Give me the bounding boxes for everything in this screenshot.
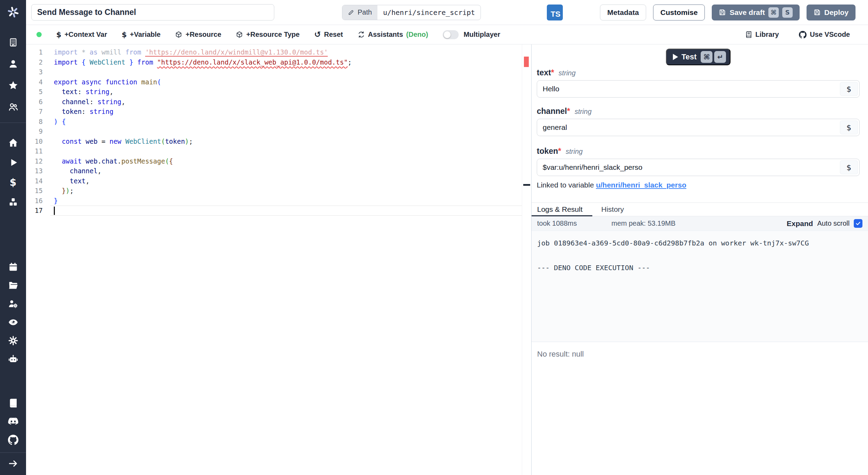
book-icon — [745, 31, 752, 38]
add-context-var-button[interactable]: $ +Context Var — [56, 31, 107, 39]
github-icon[interactable] — [0, 434, 26, 446]
reset-button[interactable]: ↺ Reset — [314, 31, 343, 39]
autoscroll-checkbox[interactable] — [854, 219, 862, 228]
arrow-right-icon[interactable] — [0, 458, 26, 469]
multiplayer-label: Multiplayer — [464, 31, 500, 39]
line-number: 9 — [26, 126, 50, 136]
linked-variable-link[interactable]: u/henri/henri_slack_perso — [596, 181, 686, 189]
result-tabs: Logs & Result History — [532, 202, 868, 216]
save-icon — [813, 9, 821, 16]
overview-ruler[interactable] — [522, 44, 531, 475]
library-button[interactable]: Library — [745, 31, 779, 39]
assistants-button[interactable]: Assistants (Deno) — [358, 31, 428, 39]
text-field-input[interactable] — [537, 81, 838, 97]
discord-icon[interactable] — [0, 416, 26, 427]
field-row-channel: $ — [537, 119, 860, 136]
book-icon[interactable] — [0, 397, 26, 409]
log-output[interactable]: job 018963e4-a369-5cd0-80a9-c6d298b7fb2a… — [532, 231, 868, 342]
code-line[interactable]: 16} — [26, 196, 531, 206]
gear-icon[interactable] — [0, 335, 26, 347]
line-number: 7 — [26, 107, 50, 117]
script-title-input[interactable] — [31, 4, 274, 20]
code-line[interactable]: 2import { WebClient } from "https://deno… — [26, 57, 531, 67]
dollar-icon: $ — [122, 31, 127, 39]
field-label-text: text* string — [537, 68, 860, 77]
users-gear-icon[interactable] — [0, 298, 26, 310]
code-line[interactable]: 9 — [26, 126, 531, 136]
deploy-button[interactable]: Deploy — [807, 5, 856, 20]
add-variable-button[interactable]: $ +Variable — [122, 31, 160, 39]
field-label-channel: channel* string — [537, 107, 860, 116]
user-icon[interactable] — [0, 58, 26, 70]
field-row-text: $ — [537, 80, 860, 98]
line-number: 14 — [26, 176, 50, 186]
code-line[interactable]: 7 token: string — [26, 107, 531, 117]
line-number: 5 — [26, 87, 50, 97]
deploy-label: Deploy — [824, 8, 849, 17]
save-draft-label: Save draft — [729, 8, 765, 17]
dollar-icon: $ — [56, 31, 61, 39]
multiplayer-toggle[interactable] — [443, 30, 459, 39]
bot-icon[interactable] — [0, 353, 26, 365]
home-icon[interactable] — [0, 137, 26, 149]
code-line[interactable]: 8) { — [26, 117, 531, 127]
building-icon[interactable] — [0, 36, 26, 48]
tab-logs-result[interactable]: Logs & Result — [532, 203, 592, 216]
code-line[interactable]: 5 text: string, — [26, 87, 531, 97]
tab-history[interactable]: History — [592, 203, 633, 216]
save-draft-button[interactable]: Save draft ⌘ S — [712, 5, 800, 20]
dollar-icon[interactable]: $ — [0, 176, 26, 188]
github-icon — [799, 31, 807, 39]
code-line[interactable]: 10 const web = new WebClient(token); — [26, 136, 531, 147]
s-keycap: S — [782, 7, 793, 18]
code-line[interactable]: 12 await web.chat.postMessage({ — [26, 156, 531, 166]
pencil-icon — [348, 9, 354, 16]
channel-field-input[interactable] — [537, 119, 838, 136]
calendar-icon[interactable] — [0, 261, 26, 273]
play-icon[interactable] — [0, 157, 26, 168]
code-line[interactable]: 4export async function main( — [26, 77, 531, 87]
path-value: u/henri/sincere_script — [377, 5, 481, 20]
path-chip[interactable]: Path u/henri/sincere_script — [342, 5, 481, 20]
line-number: 1 — [26, 47, 50, 57]
code-line[interactable]: 1import * as wmill from 'https://deno.la… — [26, 47, 531, 57]
multiplayer-control: Multiplayer — [443, 30, 500, 39]
cubes-icon[interactable] — [0, 196, 26, 208]
code-line[interactable]: 11 — [26, 146, 531, 156]
line-number: 11 — [26, 146, 50, 156]
sync-icon — [358, 31, 365, 38]
customise-button[interactable]: Customise — [653, 5, 705, 20]
line-number: 13 — [26, 166, 50, 176]
linked-variable-row: Linked to variable u/henri/henri_slack_p… — [537, 181, 860, 189]
token-field-input[interactable] — [537, 159, 838, 176]
test-button[interactable]: Test ⌘ ↵ — [666, 49, 731, 65]
star-icon[interactable] — [0, 80, 26, 91]
code-line[interactable]: 14 text, — [26, 176, 531, 186]
field-row-token: $ — [537, 159, 860, 176]
code-line[interactable]: 6 channel: string, — [26, 97, 531, 107]
add-resource-button[interactable]: +Resource — [175, 31, 221, 39]
insert-variable-button[interactable]: $ — [840, 82, 858, 96]
eye-icon[interactable] — [0, 316, 26, 328]
insert-variable-button[interactable]: $ — [840, 120, 858, 134]
code-line[interactable]: 3 — [26, 67, 531, 77]
line-number: 15 — [26, 186, 50, 196]
package-icon — [175, 31, 182, 38]
code-line[interactable]: 17 — [26, 206, 531, 216]
expand-button[interactable]: Expand — [787, 219, 813, 228]
folder-open-icon[interactable] — [0, 280, 26, 291]
code-line[interactable]: 15 }); — [26, 186, 531, 196]
error-marker — [524, 57, 529, 67]
test-args-form: Test ⌘ ↵ text* string $ — [532, 44, 868, 202]
metadata-button[interactable]: Metadata — [600, 5, 646, 20]
enter-keycap: ↵ — [714, 51, 726, 63]
add-resource-type-button[interactable]: +Resource Type — [236, 31, 300, 39]
windmill-logo[interactable] — [0, 0, 26, 24]
insert-variable-button[interactable]: $ — [840, 160, 858, 174]
users-icon[interactable] — [0, 101, 26, 113]
line-number: 12 — [26, 156, 50, 166]
cursor-marker — [523, 184, 530, 186]
code-editor[interactable]: 1import * as wmill from 'https://deno.la… — [26, 44, 531, 475]
use-vscode-button[interactable]: Use VScode — [799, 31, 850, 39]
code-line[interactable]: 13 channel, — [26, 166, 531, 176]
